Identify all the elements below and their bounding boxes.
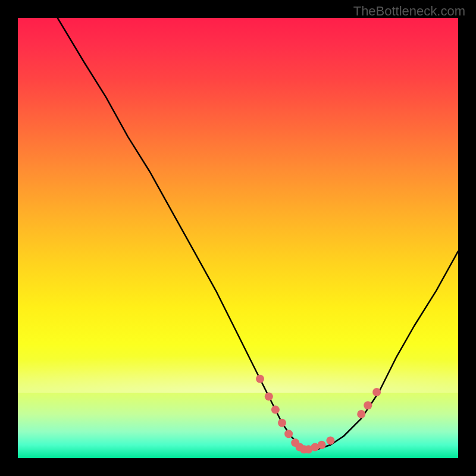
marker-point	[372, 388, 381, 396]
marker-point	[256, 375, 264, 383]
marker-point	[364, 401, 372, 409]
marker-point	[318, 441, 326, 449]
marker-point	[284, 430, 293, 438]
chart-svg	[18, 18, 458, 458]
marker-point	[278, 419, 286, 427]
bottleneck-curve	[58, 18, 458, 449]
marker-point	[357, 410, 365, 418]
chart-container: TheBottleneck.com	[0, 0, 476, 476]
plot-area	[18, 18, 458, 458]
marker-point	[326, 436, 334, 444]
watermark-text: TheBottleneck.com	[353, 4, 465, 19]
marker-point	[265, 392, 273, 400]
marker-point	[271, 406, 280, 414]
